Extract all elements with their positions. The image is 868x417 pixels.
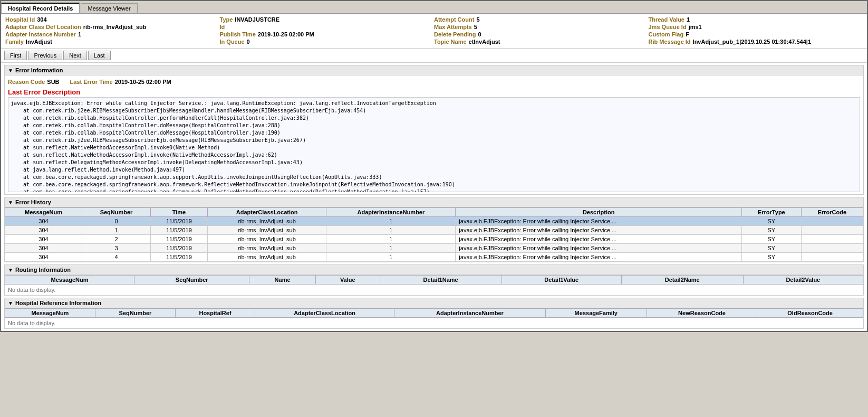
routing-information-body: MessageNum SeqNumber Name Value Detail1N…: [5, 275, 863, 295]
error-history-header[interactable]: ▼ Error History: [5, 197, 863, 207]
table-cell: 304: [5, 244, 82, 253]
table-row[interactable]: 304311/5/2019rib-rms_InvAdjust_sub1javax…: [5, 244, 863, 253]
header-field-family: Family InvAdjust: [5, 39, 220, 45]
table-cell: [801, 235, 863, 244]
header-field-max-attempts: Max Attempts 5: [434, 24, 649, 30]
in-queue-label: In Queue: [220, 39, 245, 45]
error-history-section: ▼ Error History MessageNum SeqNumber Tim…: [4, 197, 864, 262]
table-cell: rib-rms_InvAdjust_sub: [207, 235, 326, 244]
hospital-ref-no-data: No data to display.: [5, 318, 863, 328]
routing-no-data: No data to display.: [5, 285, 863, 295]
table-row[interactable]: 304011/5/2019rib-rms_InvAdjust_sub1javax…: [5, 217, 863, 226]
hr-col-msg-num: MessageNum: [5, 309, 95, 318]
hr-col-adapter-instance: AdapterInstanceNumber: [394, 309, 546, 318]
next-button[interactable]: Next: [63, 51, 87, 60]
r-col-seq-num: SeqNumber: [134, 276, 249, 285]
col-message-num: MessageNum: [5, 208, 82, 217]
table-cell: [801, 226, 863, 235]
header-field-delete-pending: Delete Pending 0: [434, 31, 649, 37]
routing-header-row: MessageNum SeqNumber Name Value Detail1N…: [5, 276, 863, 285]
header-field-thread-value: Thread Value 1: [649, 16, 863, 23]
table-cell: rib-rms_InvAdjust_sub: [207, 217, 326, 226]
last-button[interactable]: Last: [88, 51, 111, 60]
topic-name-label: Topic Name: [434, 39, 467, 45]
adapter-instance-value: 1: [78, 31, 81, 37]
table-cell: 11/5/2019: [151, 226, 208, 235]
table-cell: 1: [326, 226, 456, 235]
reason-code-value: SUB: [47, 79, 59, 85]
r-col-detail1name: Detail1Name: [380, 276, 501, 285]
first-button[interactable]: First: [4, 51, 27, 60]
table-cell: rib-rms_InvAdjust_sub: [207, 244, 326, 253]
thread-value-value: 1: [687, 16, 690, 23]
attempt-count-value: 5: [476, 16, 479, 23]
main-window: Hospital Record Details Message Viewer H…: [0, 0, 868, 332]
table-cell: SY: [742, 244, 802, 253]
header-field-topic-name: Topic Name etInvAdjust: [434, 39, 649, 45]
table-cell: 1: [326, 253, 456, 262]
header-field-custom-flag: Custom Flag F: [649, 31, 863, 37]
hospital-reference-header[interactable]: ▼ Hospital Reference Information: [5, 298, 863, 308]
reason-code-label: Reason Code: [8, 79, 45, 85]
collapse-icon: ▼: [8, 68, 13, 73]
table-cell: SY: [742, 217, 802, 226]
error-history-body: MessageNum SeqNumber Time AdapterClassLo…: [5, 207, 863, 262]
delete-pending-value: 0: [478, 31, 481, 37]
r-col-value: Value: [315, 276, 380, 285]
publish-time-value: 2019-10-25 02:00 PM: [258, 31, 314, 37]
r-col-detail2value: Detail2Value: [743, 276, 863, 285]
table-row[interactable]: 304111/5/2019rib-rms_InvAdjust_sub1javax…: [5, 226, 863, 235]
error-information-header[interactable]: ▼ Error Information: [5, 65, 863, 75]
collapse-icon-hospital-ref: ▼: [8, 300, 13, 306]
reason-code-field: Reason Code SUB: [8, 79, 60, 85]
header-field-adapter-instance: Adapter Instance Number 1: [5, 31, 220, 37]
custom-flag-label: Custom Flag: [649, 31, 684, 37]
last-error-time-field: Last Error Time 2019-10-25 02:00 PM: [70, 79, 171, 85]
type-value: INVADJUSTCRE: [235, 16, 279, 23]
tab-hospital-record[interactable]: Hospital Record Details: [1, 3, 80, 13]
table-cell: javax.ejb.EJBException: Error while call…: [456, 226, 742, 235]
adapter-instance-label: Adapter Instance Number: [5, 31, 76, 37]
r-col-msg-num: MessageNum: [5, 276, 134, 285]
col-adapter-class-location: AdapterClassLocation: [207, 208, 326, 217]
family-value: InvAdjust: [26, 39, 52, 45]
table-cell: 1: [326, 235, 456, 244]
header-field-publish-time: Publish Time 2019-10-25 02:00 PM: [220, 31, 435, 37]
type-label: Type: [220, 16, 233, 23]
hospital-id-label: Hospital Id: [5, 16, 35, 23]
hospital-id-value: 304: [37, 16, 46, 23]
tab-message-viewer[interactable]: Message Viewer: [81, 3, 137, 13]
hr-col-new-reason-code: NewReasonCode: [647, 309, 757, 318]
header-field-id: Id: [220, 24, 435, 30]
error-information-title: Error Information: [15, 67, 63, 73]
header-info: Hospital Id 304 Type INVADJUSTCRE Attemp…: [1, 14, 867, 49]
tab-message-viewer-label: Message Viewer: [88, 5, 130, 12]
hospital-reference-body: MessageNum SeqNumber HospitalRef Adapter…: [5, 308, 863, 328]
header-field-type: Type INVADJUSTCRE: [220, 16, 435, 23]
rib-message-id-value: InvAdjust_pub_1|2019.10.25 01:30:47.544|…: [693, 39, 811, 45]
table-cell: 11/5/2019: [151, 253, 208, 262]
custom-flag-value: F: [686, 31, 689, 37]
hospital-ref-header-row: MessageNum SeqNumber HospitalRef Adapter…: [5, 309, 863, 318]
jms-queue-value: jms1: [689, 24, 702, 30]
table-cell: 304: [5, 235, 82, 244]
hr-col-seq-num: SeqNumber: [95, 309, 175, 318]
rib-message-id-label: Rib Message Id: [649, 39, 691, 45]
table-row[interactable]: 304211/5/2019rib-rms_InvAdjust_sub1javax…: [5, 235, 863, 244]
table-cell: javax.ejb.EJBException: Error while call…: [456, 235, 742, 244]
error-information-body: Reason Code SUB Last Error Time 2019-10-…: [5, 75, 863, 194]
table-cell: 304: [5, 226, 82, 235]
adapter-class-label: Adapter Class Def Location: [5, 24, 81, 30]
table-cell: 304: [5, 217, 82, 226]
hr-col-hospital-ref: HospitalRef: [176, 309, 255, 318]
last-error-time-value: 2019-10-25 02:00 PM: [115, 79, 171, 85]
table-cell: javax.ejb.EJBException: Error while call…: [456, 217, 742, 226]
previous-button[interactable]: Previous: [28, 51, 62, 60]
routing-information-header[interactable]: ▼ Routing Information: [5, 265, 863, 275]
table-row[interactable]: 304411/5/2019rib-rms_InvAdjust_sub1javax…: [5, 253, 863, 262]
error-info-row: Reason Code SUB Last Error Time 2019-10-…: [8, 78, 860, 86]
publish-time-label: Publish Time: [220, 31, 256, 37]
col-error-type: ErrorType: [742, 208, 802, 217]
error-text-area[interactable]: javax.ejb.EJBException: Error while call…: [8, 97, 860, 192]
col-adapter-instance-number: AdapterInstanceNumber: [326, 208, 456, 217]
